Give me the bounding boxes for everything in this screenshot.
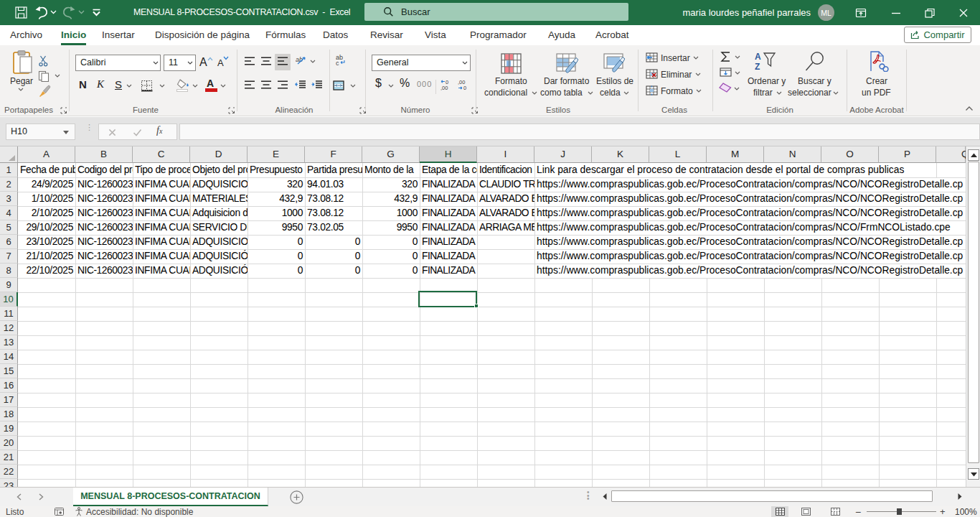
svg-text:A: A: [755, 52, 761, 62]
svg-text:0: 0: [463, 85, 466, 91]
svg-text:,00: ,00: [440, 85, 448, 91]
svg-text:Z: Z: [755, 62, 760, 71]
svg-text:c: c: [336, 60, 339, 66]
